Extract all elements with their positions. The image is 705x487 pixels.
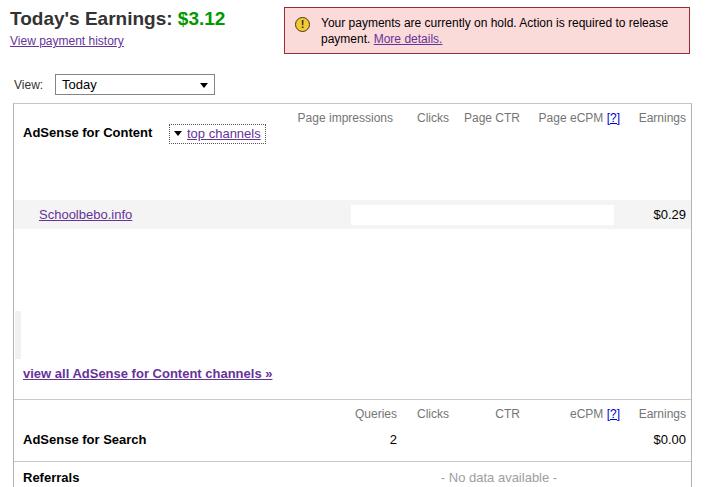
col-header-earnings: Earnings	[639, 111, 686, 125]
view-all-channels-link[interactable]: view all AdSense for Content channels »	[23, 366, 272, 381]
alert-message: Your payments are currently on hold. Act…	[321, 15, 681, 47]
page-title: Today's Earnings: $3.12	[10, 8, 225, 30]
col-header-queries: Queries	[355, 407, 397, 421]
section-title-search: AdSense for Search	[23, 432, 147, 447]
page-title-label: Today's Earnings:	[10, 8, 173, 29]
section-title-content: AdSense for Content	[23, 125, 152, 140]
view-filter-label: View:	[14, 78, 43, 92]
channel-earnings-value: $0.29	[653, 207, 686, 222]
earnings-report: Page impressions Clicks Page CTR Page eC…	[13, 103, 692, 487]
view-select[interactable]: Today	[55, 74, 215, 95]
search-queries-value: 2	[390, 432, 397, 447]
section-divider	[14, 461, 691, 462]
redacted-row-remnant	[15, 311, 21, 359]
search-ecpm-help-link[interactable]: [?]	[607, 407, 620, 421]
channel-link[interactable]: Schoolbebo.info	[39, 207, 132, 222]
ecpm-help-link[interactable]: [?]	[607, 111, 620, 125]
view-payment-history-link[interactable]: View payment history	[10, 34, 124, 48]
col-header-ctr: CTR	[495, 407, 520, 421]
col-header-page-ecpm: Page eCPM [?]	[539, 111, 620, 125]
top-channels-link[interactable]: top channels	[187, 126, 261, 141]
referrals-no-data-text: - No data available -	[399, 470, 599, 485]
earnings-amount: $3.12	[178, 8, 226, 29]
warning-icon: !	[295, 17, 310, 32]
col-header-page-ctr: Page CTR	[464, 111, 520, 125]
col-header-ecpm: eCPM [?]	[570, 407, 620, 421]
col-header-clicks: Clicks	[417, 111, 449, 125]
col-header-page-impressions: Page impressions	[298, 111, 393, 125]
search-earnings-value: $0.00	[653, 432, 686, 447]
payment-hold-alert: ! Your payments are currently on hold. A…	[284, 7, 690, 54]
redacted-values-block	[351, 205, 614, 225]
col-header-search-earnings: Earnings	[639, 407, 686, 421]
col-header-search-clicks: Clicks	[417, 407, 449, 421]
view-select-value: Today	[62, 77, 97, 92]
chevron-down-icon[interactable]	[200, 83, 208, 88]
adsense-overview-page: Today's Earnings: $3.12 View payment his…	[0, 0, 705, 487]
more-details-link[interactable]: More details.	[374, 32, 443, 46]
section-divider	[14, 399, 691, 400]
table-row-channel: Schoolbebo.info $0.29	[14, 200, 691, 229]
top-channels-control[interactable]: top channels	[169, 124, 266, 144]
dropdown-arrow-icon	[174, 131, 182, 136]
section-title-referrals: Referrals	[23, 470, 79, 485]
